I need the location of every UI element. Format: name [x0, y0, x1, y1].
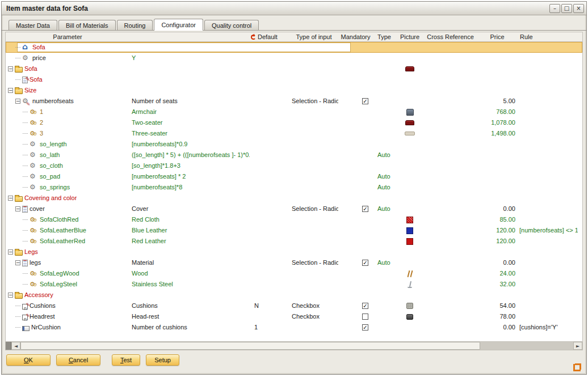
column-header-mandatory[interactable]: Mandatory — [338, 33, 373, 40]
scroll-left-icon: ◄ — [14, 344, 18, 349]
table-row[interactable]: −Covering and color — [6, 193, 582, 204]
table-row[interactable]: −Size — [6, 85, 582, 96]
column-header-price[interactable]: Price — [477, 33, 518, 40]
description-cell: Number of cushions — [129, 322, 250, 333]
rule-cell — [518, 150, 578, 160]
parameter-cell: NrCushion — [6, 322, 129, 333]
table-row[interactable]: 3Three-seater1,498.00 — [6, 128, 582, 139]
mandatory-checkbox[interactable]: ✓ — [362, 260, 368, 266]
default-cell — [250, 107, 289, 117]
maximize-button[interactable]: □ — [561, 4, 572, 13]
rule-cell — [518, 53, 578, 63]
table-row[interactable]: SofaLeatherRedRed Leather120.00 — [6, 236, 582, 247]
gear-gold-icon — [30, 119, 38, 126]
scrollbar-track[interactable] — [480, 342, 573, 350]
rule-cell — [518, 193, 578, 204]
tab-bill-of-materials[interactable]: Bill of Materials — [58, 20, 116, 30]
table-row[interactable]: SofaLegSteelStainless Steel32.00 — [6, 279, 582, 290]
column-header-type[interactable]: Type — [373, 33, 396, 40]
mandatory-checkbox[interactable]: ✓ — [362, 324, 368, 331]
gear-icon — [22, 54, 31, 62]
table-row[interactable]: Sofa — [6, 74, 582, 85]
form-settings-icon[interactable] — [573, 364, 581, 371]
table-row[interactable]: so_springs[numberofseats]*8Auto — [6, 182, 582, 193]
steel-leg-picture — [407, 281, 413, 288]
description-cell: [numberofseats]*8 — [129, 182, 250, 193]
column-header-parameter[interactable]: Parameter — [6, 33, 129, 40]
test-button[interactable]: Test — [112, 354, 140, 366]
table-row[interactable]: −Sofa — [6, 63, 582, 74]
scroll-right-button[interactable]: ► — [573, 342, 582, 350]
table-row[interactable]: so_cloth[so_length]*1.8+3 — [6, 160, 582, 171]
horizontal-scrollbar[interactable]: ◄ ► — [6, 341, 582, 350]
parameter-name: so_lath — [40, 150, 60, 160]
column-header-cross-reference[interactable]: Cross Reference — [424, 33, 477, 40]
cross-reference-cell — [424, 322, 477, 333]
grid-body: SofapriceY−SofaSofa−Size−numberofseatsNu… — [6, 42, 582, 341]
table-row[interactable]: −Accessory — [6, 290, 582, 300]
table-row[interactable]: NrCushionNumber of cushions1✓0.00[cushio… — [6, 322, 582, 333]
tree-collapse-icon[interactable]: − — [8, 66, 13, 71]
price-cell — [477, 160, 518, 171]
tree-line — [15, 79, 20, 80]
table-row[interactable]: priceY — [6, 53, 582, 63]
column-header-picture[interactable]: Picture — [396, 33, 424, 40]
parameter-cell: so_cloth — [6, 160, 129, 171]
minimize-button[interactable]: – — [549, 4, 560, 13]
table-row[interactable]: 1Armchair768.00 — [6, 107, 582, 117]
tree-collapse-icon[interactable]: − — [8, 293, 13, 298]
scroll-left-button[interactable]: ◄ — [11, 342, 20, 350]
ok-button[interactable]: OK — [6, 354, 51, 366]
tab-master-data[interactable]: Master Data — [9, 20, 57, 30]
table-row[interactable]: −numberofseatsNumber of seatsSelection -… — [6, 96, 582, 107]
rule-cell — [518, 182, 578, 193]
scrollbar-splitter-handle[interactable] — [6, 342, 11, 350]
close-button[interactable]: × — [573, 4, 584, 13]
table-row[interactable]: Sofa — [6, 42, 582, 53]
price-cell: 1,078.00 — [477, 117, 518, 128]
tree-collapse-icon[interactable]: − — [15, 99, 20, 104]
scrollbar-thumb[interactable] — [20, 342, 480, 350]
table-row[interactable]: SofaClothRedRed Cloth85.00 — [6, 214, 582, 225]
doc-edit-icon — [22, 77, 28, 83]
tree-collapse-icon[interactable]: − — [8, 249, 13, 255]
cancel-button[interactable]: Cancel — [56, 354, 100, 366]
setup-button[interactable]: Setup — [146, 354, 179, 366]
tree-collapse-icon[interactable]: − — [15, 206, 20, 211]
table-row[interactable]: −Legs — [6, 247, 582, 257]
rule-cell — [518, 268, 578, 279]
column-header-default[interactable]: Default — [250, 33, 289, 40]
tab-configurator[interactable]: Configurator — [154, 19, 203, 31]
table-row[interactable]: SofaLeatherBlueBlue Leather120.00[number… — [6, 225, 582, 236]
parameter-name: Size — [24, 85, 36, 96]
table-row[interactable]: so_length[numberofseats]*0.9 — [6, 139, 582, 150]
tree-collapse-icon[interactable]: − — [8, 88, 13, 93]
price-cell — [477, 193, 518, 204]
mandatory-checkbox[interactable]: ✓ — [362, 98, 368, 104]
table-row[interactable]: HeadrestHead-restCheckbox78.00 — [6, 311, 582, 322]
check-edit-icon — [22, 304, 28, 310]
tab-bar: Master DataBill of MaterialsRoutingConfi… — [2, 18, 586, 31]
picture-cell — [396, 150, 424, 160]
tab-routing[interactable]: Routing — [117, 20, 153, 30]
parameter-name: Headrest — [30, 311, 55, 322]
table-row[interactable]: −legsMaterialSelection - Radiobox✓Auto0.… — [6, 257, 582, 268]
column-header-rule[interactable]: Rule — [518, 33, 578, 40]
tree-collapse-icon[interactable]: − — [15, 260, 20, 265]
table-row[interactable]: CushionsCushionsNCheckbox✓54.00 — [6, 300, 582, 311]
tab-quality-control[interactable]: Quality control — [204, 20, 259, 30]
mandatory-checkbox[interactable] — [362, 314, 368, 320]
cross-reference-cell — [424, 171, 477, 182]
cross-reference-cell — [424, 257, 477, 268]
table-row[interactable]: 2Two-seater1,078.00 — [6, 117, 582, 128]
table-row[interactable]: −coverCoverSelection - Radiobox✓Auto0.00 — [6, 204, 582, 214]
picture-cell — [396, 225, 424, 236]
column-header-type-of-input[interactable]: Type of input — [289, 33, 338, 40]
mandatory-checkbox[interactable]: ✓ — [362, 206, 368, 212]
table-row[interactable]: so_pad[numberofseats] * 2Auto — [6, 171, 582, 182]
mandatory-checkbox[interactable]: ✓ — [362, 303, 368, 309]
table-row[interactable]: so_lath([so_length] * 5) + (([numberofse… — [6, 150, 582, 160]
type-of-input-cell — [289, 322, 338, 333]
tree-collapse-icon[interactable]: − — [8, 196, 13, 201]
table-row[interactable]: SofaLegWoodWood24.00 — [6, 268, 582, 279]
